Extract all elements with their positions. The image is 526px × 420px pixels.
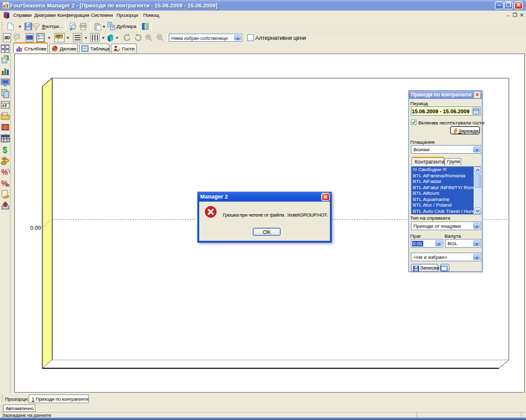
svg-text:0.00: 0.00 (30, 225, 41, 231)
